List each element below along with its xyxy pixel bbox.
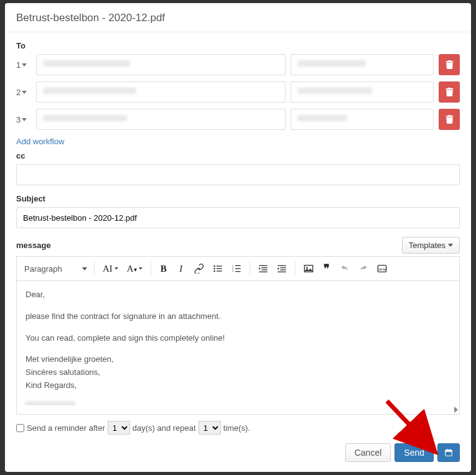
recipient-row: 3 <box>16 109 460 130</box>
svg-rect-7 <box>235 265 241 266</box>
order-selector[interactable]: 2 <box>16 88 31 97</box>
outdent-icon <box>258 264 268 274</box>
reminder-checkbox[interactable] <box>16 424 24 432</box>
svg-rect-13 <box>261 267 267 268</box>
to-label: To <box>16 41 460 50</box>
svg-rect-25 <box>446 450 452 452</box>
italic-button[interactable]: I <box>174 261 189 277</box>
svg-point-21 <box>306 267 308 269</box>
message-label: message <box>16 241 51 250</box>
bold-button[interactable]: B <box>156 261 171 277</box>
templates-button[interactable]: Templates <box>402 237 460 254</box>
editor-content[interactable]: Dear, please find the contract for signa… <box>17 281 459 405</box>
cc-input[interactable] <box>16 164 460 185</box>
recipient-email-input[interactable] <box>36 81 286 103</box>
svg-point-2 <box>213 268 215 270</box>
trash-icon <box>446 115 454 124</box>
font-family-button[interactable]: AI <box>100 261 121 277</box>
html-button[interactable]: HTML <box>374 261 390 276</box>
recipient-name-input[interactable] <box>291 109 434 130</box>
editor-line: Kind Regards, <box>26 379 450 392</box>
redo-icon <box>358 264 368 274</box>
trash-icon <box>446 88 454 96</box>
svg-rect-17 <box>280 267 286 268</box>
cc-section: cc <box>16 151 460 185</box>
delete-recipient-button[interactable] <box>439 81 460 103</box>
message-section: message Templates Paragraph AI A▾ B <box>16 237 460 415</box>
outdent-button[interactable] <box>255 261 271 276</box>
order-selector[interactable]: 3 <box>16 115 31 124</box>
caret-down-icon <box>114 267 118 270</box>
svg-text:3: 3 <box>231 269 233 272</box>
chevron-down-icon <box>82 267 87 270</box>
redo-button[interactable] <box>355 261 371 276</box>
indent-button[interactable] <box>274 261 290 276</box>
compose-modal: Betrust-bestelbon - 2020-12.pdf To 1 2 <box>5 3 471 472</box>
svg-rect-26 <box>447 449 447 451</box>
svg-rect-3 <box>217 268 222 269</box>
numbered-list-button[interactable]: 123 <box>228 261 245 276</box>
svg-rect-9 <box>235 268 241 269</box>
recipient-name-input[interactable] <box>291 54 434 75</box>
horizontal-scrollbar[interactable] <box>17 405 459 414</box>
svg-rect-27 <box>450 449 450 451</box>
recipient-name-input[interactable] <box>291 81 434 103</box>
svg-rect-11 <box>235 271 241 272</box>
svg-rect-12 <box>259 265 267 266</box>
image-button[interactable] <box>301 261 317 276</box>
bullet-list-button[interactable] <box>210 261 226 276</box>
delete-recipient-button[interactable] <box>439 54 460 75</box>
trash-icon <box>446 60 454 69</box>
add-workflow-link[interactable]: Add workflow <box>16 137 64 146</box>
quote-button[interactable]: ❞ <box>319 259 334 278</box>
undo-icon <box>340 264 350 274</box>
svg-point-4 <box>213 270 215 272</box>
order-number: 1 <box>16 60 21 70</box>
svg-rect-14 <box>261 269 267 270</box>
subject-input[interactable] <box>16 207 460 228</box>
recipient-email-input[interactable] <box>36 109 286 130</box>
recipient-email-input[interactable] <box>36 54 286 75</box>
indent-icon <box>277 264 287 274</box>
editor-line: Dear, <box>26 288 450 302</box>
reminder-text2: day(s) and repeat <box>133 423 196 433</box>
modal-title: Betrust-bestelbon - 2020-12.pdf <box>16 12 165 24</box>
editor-line: please find the contract for signature i… <box>26 310 450 323</box>
paragraph-format-select[interactable]: Paragraph <box>21 262 89 276</box>
order-number: 3 <box>16 115 21 124</box>
recipient-row: 1 <box>16 54 460 75</box>
send-button[interactable]: Send <box>394 443 434 462</box>
modal-header: Betrust-bestelbon - 2020-12.pdf <box>5 3 471 32</box>
link-icon <box>194 264 204 274</box>
caret-down-icon <box>139 267 142 270</box>
reminder-text1: Send a reminder after <box>27 423 105 433</box>
font-size-button[interactable]: A▾ <box>124 261 146 277</box>
schedule-button[interactable] <box>437 443 460 462</box>
subject-label: Subject <box>16 194 460 203</box>
svg-rect-15 <box>259 272 267 272</box>
rich-text-editor: Paragraph AI A▾ B I 123 <box>16 256 460 415</box>
calendar-icon <box>444 448 453 457</box>
link-button[interactable] <box>191 261 207 276</box>
undo-button[interactable] <box>337 261 353 276</box>
html-icon: HTML <box>377 264 387 274</box>
reminder-repeat-select[interactable]: 1 <box>198 421 221 435</box>
image-icon <box>304 264 314 274</box>
reminder-days-select[interactable]: 1 <box>108 421 130 435</box>
chevron-down-icon <box>22 118 27 121</box>
subject-section: Subject <box>16 194 460 228</box>
cancel-button[interactable]: Cancel <box>345 443 391 462</box>
editor-line: You can read, complete and sign this com… <box>26 332 450 345</box>
recipient-row: 2 <box>16 81 460 103</box>
templates-label: Templates <box>409 241 446 250</box>
editor-line: Sincères salutations, <box>26 366 450 379</box>
editor-line: Met vriendelijke groeten, <box>26 353 450 366</box>
scroll-right-arrow-icon <box>454 407 458 413</box>
numbered-list-icon: 123 <box>231 264 241 274</box>
svg-rect-18 <box>280 269 286 270</box>
order-selector[interactable]: 1 <box>16 60 31 70</box>
delete-recipient-button[interactable] <box>439 109 460 130</box>
reminder-row: Send a reminder after 1 day(s) and repea… <box>16 421 460 435</box>
caret-down-icon <box>448 244 453 247</box>
chevron-down-icon <box>22 91 27 94</box>
